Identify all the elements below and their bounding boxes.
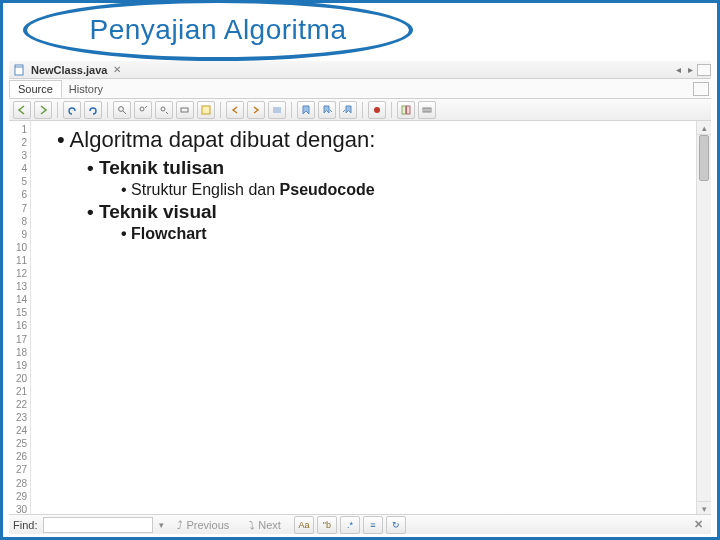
tab-filename[interactable]: NewClass.java [31, 64, 107, 76]
arrow-up-icon: ⤴ [177, 519, 183, 531]
view-mode-button[interactable] [693, 82, 709, 96]
line-number: 11 [9, 254, 27, 267]
line-number: 4 [9, 162, 27, 175]
line-number: 18 [9, 346, 27, 359]
line-number: 26 [9, 450, 27, 463]
macro-icon[interactable] [418, 101, 436, 119]
scroll-up-icon[interactable]: ▴ [697, 121, 711, 135]
toolbar-separator [57, 102, 58, 118]
find-options: Aa "b .* ≡ ↻ [294, 516, 406, 534]
find-next-label: Next [258, 519, 281, 531]
tab-close-icon[interactable]: ✕ [113, 64, 121, 75]
bullet-text: Struktur English dan [131, 181, 280, 198]
bookmark-prev-icon[interactable] [339, 101, 357, 119]
scrollbar-thumb[interactable] [699, 135, 709, 181]
line-number: 14 [9, 293, 27, 306]
find-input[interactable] [43, 517, 153, 533]
wrap-search-icon[interactable]: ↻ [386, 516, 406, 534]
redo-icon[interactable] [84, 101, 102, 119]
svg-rect-5 [202, 106, 210, 114]
find-dropdown-icon[interactable]: ▾ [159, 520, 164, 530]
undo-icon[interactable] [63, 101, 81, 119]
line-number: 16 [9, 319, 27, 332]
line-number: 24 [9, 424, 27, 437]
find-next-icon[interactable] [155, 101, 173, 119]
tab-scroll-right-icon[interactable]: ▸ [685, 64, 695, 75]
history-back-icon[interactable] [13, 101, 31, 119]
line-number: 23 [9, 411, 27, 424]
bullet-level1: Algoritma dapat dibuat dengan: [57, 127, 690, 153]
toolbar-separator [291, 102, 292, 118]
find-icon[interactable] [113, 101, 131, 119]
match-case-icon[interactable]: Aa [294, 516, 314, 534]
line-number: 17 [9, 333, 27, 346]
line-number: 13 [9, 280, 27, 293]
bullet-level2: Teknik tulisan [87, 157, 690, 179]
line-number: 8 [9, 215, 27, 228]
editor-toolbar [9, 99, 711, 121]
slide-title-container: Penyajian Algoritma [23, 0, 413, 61]
line-number: 29 [9, 490, 27, 503]
find-prev-icon[interactable] [134, 101, 152, 119]
bookmark-icon[interactable] [297, 101, 315, 119]
bullet-emphasis: Pseudocode [280, 181, 375, 198]
bullet-level3: Struktur English dan Pseudocode [121, 181, 690, 199]
toolbar-separator [362, 102, 363, 118]
svg-point-2 [140, 107, 144, 111]
find-prev-label: Previous [186, 519, 229, 531]
find-bar: Find: ▾ ⤴ Previous ⤵ Next Aa "b .* ≡ ↻ ✕ [9, 514, 711, 534]
find-sel-icon[interactable] [176, 101, 194, 119]
line-number: 27 [9, 463, 27, 476]
line-number: 20 [9, 372, 27, 385]
comment-icon[interactable] [268, 101, 286, 119]
find-next-button[interactable]: ⤵ Next [242, 518, 288, 532]
shift-right-icon[interactable] [247, 101, 265, 119]
find-previous-button[interactable]: ⤴ Previous [170, 518, 236, 532]
diff-icon[interactable] [397, 101, 415, 119]
line-number: 15 [9, 306, 27, 319]
line-number: 10 [9, 241, 27, 254]
arrow-down-icon: ⤵ [249, 519, 255, 531]
svg-point-6 [374, 107, 380, 113]
shift-left-icon[interactable] [226, 101, 244, 119]
tab-scroll-left-icon[interactable]: ◂ [673, 64, 683, 75]
history-fwd-icon[interactable] [34, 101, 52, 119]
whole-word-icon[interactable]: "b [317, 516, 337, 534]
line-number: 3 [9, 149, 27, 162]
record-macro-icon[interactable] [368, 101, 386, 119]
find-close-icon[interactable]: ✕ [690, 518, 707, 531]
vertical-scrollbar[interactable]: ▴ ▾ [696, 121, 711, 515]
source-history-bar: Source History [9, 79, 711, 99]
line-number: 7 [9, 202, 27, 215]
line-number: 25 [9, 437, 27, 450]
highlight-all-icon[interactable]: ≡ [363, 516, 383, 534]
svg-rect-8 [407, 106, 411, 114]
bullet-level2: Teknik visual [87, 201, 690, 223]
bullet-level3-strong: Flowchart [121, 225, 690, 243]
toolbar-separator [391, 102, 392, 118]
code-editor: 1234567891011121314151617181920212223242… [9, 121, 711, 515]
svg-point-3 [161, 107, 165, 111]
regex-icon[interactable]: .* [340, 516, 360, 534]
line-number: 1 [9, 123, 27, 136]
scroll-down-icon[interactable]: ▾ [697, 501, 711, 515]
toolbar-separator [220, 102, 221, 118]
slide-title: Penyajian Algoritma [90, 14, 347, 46]
line-number: 5 [9, 175, 27, 188]
line-number: 19 [9, 359, 27, 372]
bookmark-next-icon[interactable] [318, 101, 336, 119]
svg-rect-7 [402, 106, 406, 114]
history-tab[interactable]: History [61, 81, 111, 97]
find-label: Find: [13, 519, 37, 531]
highlight-icon[interactable] [197, 101, 215, 119]
line-number: 21 [9, 385, 27, 398]
java-file-icon [13, 63, 27, 77]
line-number: 28 [9, 477, 27, 490]
tab-list-button[interactable] [697, 64, 711, 76]
line-number: 12 [9, 267, 27, 280]
source-tab[interactable]: Source [9, 80, 62, 98]
svg-rect-4 [181, 108, 188, 112]
line-gutter: 1234567891011121314151617181920212223242… [9, 121, 31, 515]
editor-content[interactable]: Algoritma dapat dibuat dengan: Teknik tu… [31, 121, 696, 515]
svg-point-1 [119, 106, 124, 111]
